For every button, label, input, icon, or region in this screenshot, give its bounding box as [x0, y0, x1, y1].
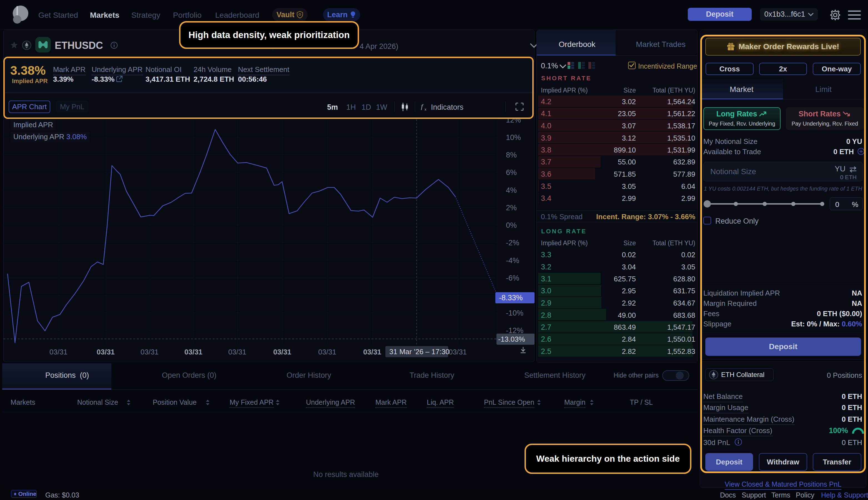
- svg-text:03/31: 03/31: [184, 348, 202, 356]
- svg-text:03/31: 03/31: [273, 348, 291, 356]
- svg-text:-6%: -6%: [506, 274, 519, 282]
- svg-text:03/31: 03/31: [318, 348, 336, 356]
- svg-text:4%: 4%: [506, 186, 517, 194]
- svg-text:6%: 6%: [506, 168, 517, 177]
- svg-text:03/31: 03/31: [97, 348, 115, 356]
- svg-text:0%: 0%: [506, 221, 517, 229]
- svg-text:10%: 10%: [506, 133, 521, 142]
- svg-text:12%: 12%: [506, 119, 521, 124]
- svg-text:03/31: 03/31: [140, 348, 159, 356]
- svg-text:-13.03%: -13.03%: [498, 335, 525, 343]
- svg-text:03/31: 03/31: [228, 348, 246, 356]
- svg-text:-2%: -2%: [506, 239, 519, 247]
- svg-text:31 Mar ’26 – 17:30: 31 Mar ’26 – 17:30: [389, 348, 450, 356]
- svg-text:-8.33%: -8.33%: [499, 294, 523, 302]
- svg-text:-12%: -12%: [506, 326, 523, 335]
- svg-text:2%: 2%: [506, 204, 517, 212]
- svg-text:8%: 8%: [506, 151, 517, 159]
- svg-text:-10%: -10%: [506, 309, 523, 317]
- svg-text:03/31: 03/31: [363, 348, 381, 356]
- svg-text:03/31: 03/31: [449, 348, 467, 356]
- svg-text:-4%: -4%: [506, 257, 519, 265]
- svg-text:03/31: 03/31: [49, 348, 68, 356]
